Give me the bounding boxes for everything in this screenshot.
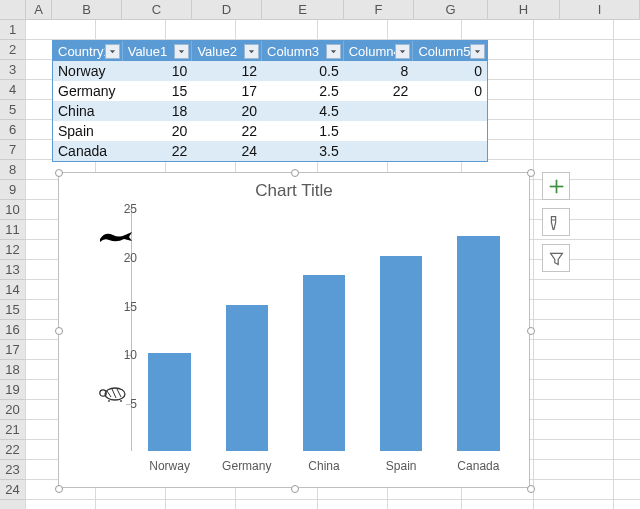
table-cell[interactable]: Germany — [53, 81, 123, 101]
table-row[interactable]: Norway10120.580 — [53, 61, 487, 81]
col-header-H[interactable]: H — [488, 0, 560, 19]
selection-handle[interactable] — [55, 169, 63, 177]
table-header-2[interactable]: Value2 — [192, 41, 262, 61]
bar-china[interactable] — [303, 275, 345, 451]
filter-dropdown-icon[interactable] — [326, 44, 341, 59]
row-header-23[interactable]: 23 — [0, 460, 25, 480]
table-cell[interactable]: 22 — [123, 141, 193, 161]
row-header-11[interactable]: 11 — [0, 220, 25, 240]
table-cell[interactable]: 17 — [192, 81, 262, 101]
chart-styles-button[interactable] — [542, 208, 570, 236]
table-cell[interactable]: 10 — [123, 61, 193, 81]
row-header-8[interactable]: 8 — [0, 160, 25, 180]
table-cell[interactable]: 4.5 — [262, 101, 344, 121]
row-header-1[interactable]: 1 — [0, 20, 25, 40]
row-header-21[interactable]: 21 — [0, 420, 25, 440]
filter-dropdown-icon[interactable] — [470, 44, 485, 59]
table-row[interactable]: Spain20221.5 — [53, 121, 487, 141]
table-cell[interactable]: 0 — [413, 81, 487, 101]
table-cell[interactable]: Norway — [53, 61, 123, 81]
table-header-4[interactable]: Column4 — [344, 41, 414, 61]
chart-object[interactable]: Chart Title 510152025NorwayGermanyChinaS… — [58, 172, 530, 488]
col-header-E[interactable]: E — [262, 0, 344, 19]
chart-elements-button[interactable] — [542, 172, 570, 200]
row-header-15[interactable]: 15 — [0, 300, 25, 320]
table-cell[interactable]: 8 — [344, 61, 414, 81]
plot-area[interactable] — [131, 209, 515, 451]
col-header-I[interactable]: I — [560, 0, 640, 19]
col-header-A[interactable]: A — [26, 0, 52, 19]
col-header-G[interactable]: G — [414, 0, 488, 19]
table-cell[interactable] — [413, 101, 487, 121]
table-cell[interactable]: 2.5 — [262, 81, 344, 101]
col-header-F[interactable]: F — [344, 0, 414, 19]
table-cell[interactable] — [413, 141, 487, 161]
col-header-D[interactable]: D — [192, 0, 262, 19]
row-header-7[interactable]: 7 — [0, 140, 25, 160]
filter-dropdown-icon[interactable] — [174, 44, 189, 59]
selection-handle[interactable] — [291, 169, 299, 177]
filter-dropdown-icon[interactable] — [244, 44, 259, 59]
row-header-16[interactable]: 16 — [0, 320, 25, 340]
bar-canada[interactable] — [457, 236, 499, 451]
selection-handle[interactable] — [55, 327, 63, 335]
selection-handle[interactable] — [291, 485, 299, 493]
row-header-19[interactable]: 19 — [0, 380, 25, 400]
table-cell[interactable]: 20 — [123, 121, 193, 141]
row-header-4[interactable]: 4 — [0, 80, 25, 100]
bar-germany[interactable] — [226, 305, 268, 451]
table-cell[interactable]: 3.5 — [262, 141, 344, 161]
table-cell[interactable]: 22 — [344, 81, 414, 101]
col-header-C[interactable]: C — [122, 0, 192, 19]
table-cell[interactable] — [344, 141, 414, 161]
table-cell[interactable]: 18 — [123, 101, 193, 121]
table-header-5[interactable]: Column5 — [413, 41, 487, 61]
table-cell[interactable]: 22 — [192, 121, 262, 141]
row-header-13[interactable]: 13 — [0, 260, 25, 280]
row-header-5[interactable]: 5 — [0, 100, 25, 120]
table-row[interactable]: Canada22243.5 — [53, 141, 487, 161]
table-cell[interactable]: Canada — [53, 141, 123, 161]
table-cell[interactable]: 24 — [192, 141, 262, 161]
table-header-3[interactable]: Column3 — [262, 41, 344, 61]
table-cell[interactable] — [344, 121, 414, 141]
bar-spain[interactable] — [380, 256, 422, 451]
table-header-1[interactable]: Value1 — [123, 41, 193, 61]
row-header-6[interactable]: 6 — [0, 120, 25, 140]
table-cell[interactable]: 15 — [123, 81, 193, 101]
table-cell[interactable] — [413, 121, 487, 141]
selection-handle[interactable] — [527, 327, 535, 335]
selection-handle[interactable] — [55, 485, 63, 493]
table-cell[interactable]: 1.5 — [262, 121, 344, 141]
table-cell[interactable]: 0 — [413, 61, 487, 81]
table-cell[interactable]: 12 — [192, 61, 262, 81]
selection-handle[interactable] — [527, 169, 535, 177]
row-header-20[interactable]: 20 — [0, 400, 25, 420]
bar-norway[interactable] — [148, 353, 190, 451]
table-cell[interactable]: Spain — [53, 121, 123, 141]
row-header-24[interactable]: 24 — [0, 480, 25, 500]
table-header-0[interactable]: Country1 — [53, 41, 123, 61]
table-row[interactable]: China18204.5 — [53, 101, 487, 121]
table-row[interactable]: Germany15172.5220 — [53, 81, 487, 101]
table-cell[interactable]: China — [53, 101, 123, 121]
row-header-10[interactable]: 10 — [0, 200, 25, 220]
filter-dropdown-icon[interactable] — [395, 44, 410, 59]
row-header-18[interactable]: 18 — [0, 360, 25, 380]
row-header-14[interactable]: 14 — [0, 280, 25, 300]
selection-handle[interactable] — [527, 485, 535, 493]
row-header-3[interactable]: 3 — [0, 60, 25, 80]
chart-filters-button[interactable] — [542, 244, 570, 272]
chart-title[interactable]: Chart Title — [59, 173, 529, 205]
table-cell[interactable]: 0.5 — [262, 61, 344, 81]
filter-dropdown-icon[interactable] — [105, 44, 120, 59]
row-header-2[interactable]: 2 — [0, 40, 25, 60]
table-cell[interactable] — [344, 101, 414, 121]
select-all-corner[interactable] — [0, 0, 26, 19]
row-header-22[interactable]: 22 — [0, 440, 25, 460]
row-header-9[interactable]: 9 — [0, 180, 25, 200]
row-header-17[interactable]: 17 — [0, 340, 25, 360]
data-table[interactable]: Country1Value1Value2Column3Column4Column… — [52, 40, 488, 162]
col-header-B[interactable]: B — [52, 0, 122, 19]
row-header-12[interactable]: 12 — [0, 240, 25, 260]
